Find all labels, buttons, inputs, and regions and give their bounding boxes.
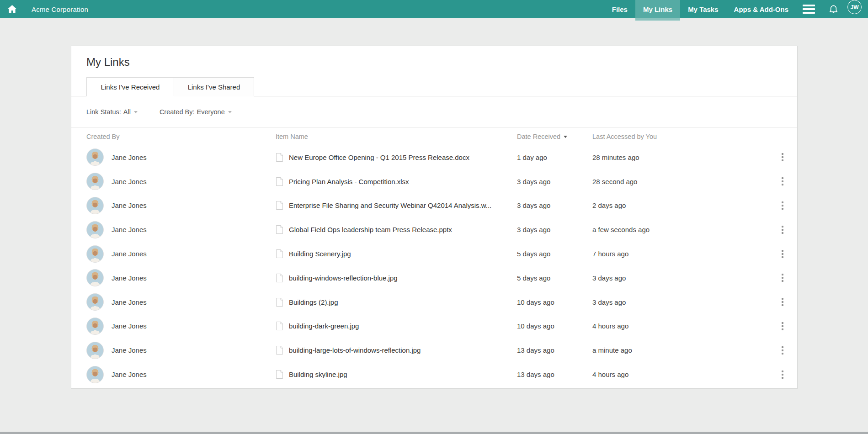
file-icon xyxy=(276,321,283,331)
kebab-menu-button[interactable] xyxy=(779,199,786,212)
table-row: Jane Jones building-windows-reflection-b… xyxy=(71,266,797,290)
person-name: Jane Jones xyxy=(112,274,147,282)
topbar-left: Acme Corporation xyxy=(0,0,88,18)
created-by-cell: Jane Jones xyxy=(86,342,276,359)
created-by-cell: Jane Jones xyxy=(86,269,276,286)
file-icon xyxy=(276,249,283,259)
user-avatar[interactable]: JW xyxy=(847,0,862,14)
created-by-cell: Jane Jones xyxy=(86,221,276,238)
item-name-cell: Enterprise File Sharing and Security Web… xyxy=(276,201,517,210)
date-received-cell: 13 days ago xyxy=(517,370,592,378)
person-name: Jane Jones xyxy=(112,250,147,258)
table-row: Jane Jones Building Scenery.jpg 5 days a… xyxy=(71,242,797,266)
file-icon xyxy=(276,177,283,186)
item-name-link[interactable]: Buildings (2).jpg xyxy=(289,298,338,306)
kebab-menu-button[interactable] xyxy=(779,271,786,285)
item-name-link[interactable]: Enterprise File Sharing and Security Web… xyxy=(289,201,491,209)
person-name: Jane Jones xyxy=(112,346,147,354)
last-accessed-cell: 3 days ago xyxy=(592,298,768,306)
nav-item-my-links[interactable]: My Links xyxy=(635,0,680,18)
created-by-filter[interactable]: Created By: Everyone xyxy=(160,108,232,116)
kebab-menu-button[interactable] xyxy=(779,295,786,309)
tab-links-received[interactable]: Links I've Received xyxy=(86,77,174,96)
file-icon xyxy=(276,370,283,379)
item-name-link[interactable]: Pricing Plan Analysis - Competition.xlsx xyxy=(289,178,409,185)
item-name-link[interactable]: Building skyline.jpg xyxy=(289,370,347,378)
kebab-menu-button[interactable] xyxy=(779,150,786,164)
created-by-cell: Jane Jones xyxy=(86,245,276,263)
row-menu-cell xyxy=(768,368,786,381)
last-accessed-cell: 28 second ago xyxy=(592,178,768,185)
date-received-cell: 1 day ago xyxy=(517,153,592,161)
page-title: My Links xyxy=(86,56,782,69)
nav-item-my-tasks[interactable]: My Tasks xyxy=(680,0,726,18)
row-menu-cell xyxy=(768,223,786,237)
table-row: Jane Jones building-dark-green.jpg 10 da… xyxy=(71,314,797,339)
link-status-filter[interactable]: Link Status: All xyxy=(86,108,138,116)
avatar xyxy=(86,173,104,190)
link-status-value: All xyxy=(123,108,131,116)
menu-button[interactable] xyxy=(796,0,821,18)
item-name-link[interactable]: Global Field Ops leadership team Press R… xyxy=(289,226,452,233)
last-accessed-cell: a minute ago xyxy=(592,346,768,354)
row-menu-cell xyxy=(768,199,786,212)
header-date-received[interactable]: Date Received xyxy=(517,133,592,140)
links-table-body: Jane Jones New Europe Office Opening - Q… xyxy=(71,145,797,386)
file-icon xyxy=(276,273,283,283)
last-accessed-cell: 4 hours ago xyxy=(592,370,768,378)
kebab-menu-button[interactable] xyxy=(779,175,786,188)
home-button[interactable] xyxy=(0,0,24,18)
table-row: Jane Jones building-large-lots-of-window… xyxy=(71,338,797,362)
header-item-name[interactable]: Item Name xyxy=(276,133,517,140)
file-icon xyxy=(276,153,283,162)
kebab-menu-button[interactable] xyxy=(779,344,786,357)
chevron-down-icon xyxy=(134,111,138,113)
avatar xyxy=(86,366,104,383)
avatar xyxy=(86,342,104,359)
table-row: Jane Jones Global Field Ops leadership t… xyxy=(71,217,797,242)
company-name: Acme Corporation xyxy=(32,5,88,13)
tabs-row: Links I've Received Links I've Shared xyxy=(71,77,797,96)
table-header-row: Created By Item Name Date Received Last … xyxy=(71,127,797,145)
item-name-cell: building-windows-reflection-blue.jpg xyxy=(276,273,517,283)
date-received-cell: 10 days ago xyxy=(517,298,592,306)
last-accessed-cell: 28 minutes ago xyxy=(592,153,768,161)
chevron-down-icon xyxy=(228,111,232,113)
home-icon xyxy=(7,4,17,15)
item-name-cell: Building Scenery.jpg xyxy=(276,249,517,259)
item-name-link[interactable]: Building Scenery.jpg xyxy=(289,250,351,258)
app-topbar: Acme Corporation Files My Links My Tasks… xyxy=(0,0,868,18)
person-name: Jane Jones xyxy=(112,201,147,209)
date-received-cell: 5 days ago xyxy=(517,274,592,282)
item-name-link[interactable]: building-dark-green.jpg xyxy=(289,322,359,330)
table-row: Jane Jones Enterprise File Sharing and S… xyxy=(71,194,797,218)
kebab-menu-button[interactable] xyxy=(779,368,786,381)
kebab-menu-button[interactable] xyxy=(779,247,786,261)
tab-links-shared[interactable]: Links I've Shared xyxy=(174,77,254,96)
nav-item-files[interactable]: Files xyxy=(604,0,635,18)
person-name: Jane Jones xyxy=(112,153,147,161)
row-menu-cell xyxy=(768,150,786,164)
avatar xyxy=(86,148,104,166)
row-menu-cell xyxy=(768,319,786,333)
last-accessed-cell: 7 hours ago xyxy=(592,250,768,258)
created-by-value: Everyone xyxy=(197,108,224,116)
person-name: Jane Jones xyxy=(112,298,147,306)
kebab-menu-button[interactable] xyxy=(779,223,786,237)
my-links-panel: My Links Links I've Received Links I've … xyxy=(71,46,798,389)
item-name-link[interactable]: building-large-lots-of-windows-reflectio… xyxy=(289,346,421,354)
item-name-cell: Global Field Ops leadership team Press R… xyxy=(276,225,517,234)
header-created-by[interactable]: Created By xyxy=(86,133,276,140)
row-menu-cell xyxy=(768,175,786,188)
item-name-link[interactable]: New Europe Office Opening - Q1 2015 Pres… xyxy=(289,153,469,161)
row-menu-cell xyxy=(768,344,786,357)
last-accessed-cell: 3 days ago xyxy=(592,274,768,282)
item-name-link[interactable]: building-windows-reflection-blue.jpg xyxy=(289,274,398,282)
date-received-cell: 3 days ago xyxy=(517,226,592,233)
row-menu-cell xyxy=(768,271,786,285)
date-received-cell: 3 days ago xyxy=(517,201,592,209)
header-last-accessed[interactable]: Last Accessed by You xyxy=(592,133,768,140)
nav-item-apps-add-ons[interactable]: Apps & Add-Ons xyxy=(726,0,796,18)
notifications-button[interactable] xyxy=(821,0,846,18)
kebab-menu-button[interactable] xyxy=(779,319,786,333)
